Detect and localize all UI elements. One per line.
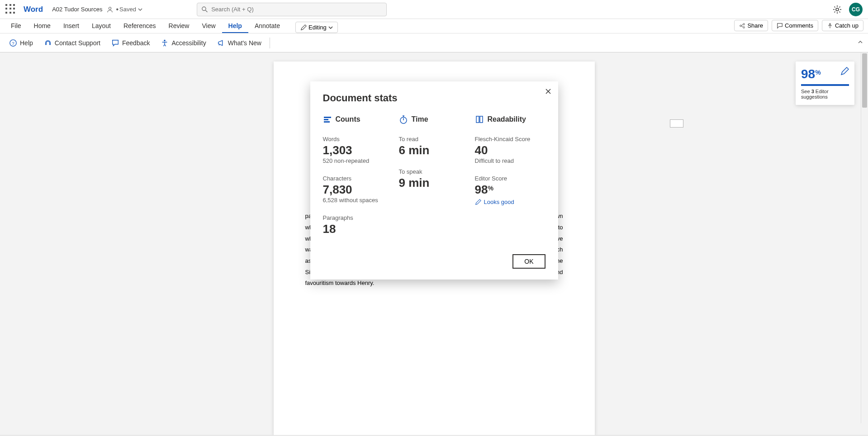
avatar[interactable]: CG	[849, 3, 863, 16]
accessibility-button[interactable]: Accessibility	[156, 36, 210, 50]
gear-icon[interactable]	[833, 5, 842, 14]
svg-text:?: ?	[12, 40, 14, 45]
document-stats-dialog: Document stats Counts Words 1,303 520 no…	[310, 81, 558, 280]
whatsnew-label: What's New	[228, 39, 261, 47]
counts-icon	[323, 115, 332, 124]
editing-label: Editing	[308, 24, 327, 31]
tab-help[interactable]: Help	[222, 19, 248, 33]
app-launcher-icon[interactable]	[5, 4, 16, 15]
avatar-initials: CG	[852, 6, 860, 13]
tab-view[interactable]: View	[195, 19, 222, 33]
comments-label: Comments	[785, 22, 813, 29]
time-column: Time To read 6 min To speak 9 min	[399, 115, 470, 236]
tab-insert[interactable]: Insert	[57, 19, 85, 33]
search-icon	[202, 6, 208, 13]
counts-header: Counts	[336, 115, 360, 123]
words-stat: Words 1,303 520 non-repeated	[323, 136, 394, 164]
svg-rect-9	[324, 117, 331, 118]
ok-button[interactable]: OK	[512, 254, 545, 269]
saved-label: Saved	[119, 6, 136, 13]
editor-score-stat: Editor Score 98 % Looks good	[475, 175, 545, 205]
help-icon: ?	[9, 39, 17, 47]
svg-point-8	[164, 39, 166, 41]
svg-point-5	[743, 26, 745, 28]
document-title[interactable]: A02 Tudor Sources	[52, 6, 102, 13]
comments-button[interactable]: Comments	[772, 20, 818, 31]
looks-good-indicator: Looks good	[475, 199, 545, 205]
search-input[interactable]	[211, 6, 382, 13]
chevron-down-icon	[138, 7, 142, 12]
pencil-icon	[300, 24, 307, 31]
feedback-label: Feedback	[122, 39, 150, 47]
ribbon-divider	[270, 38, 270, 48]
help-label: Help	[20, 39, 33, 47]
search-box[interactable]	[197, 3, 387, 16]
svg-point-1	[202, 7, 206, 10]
characters-stat: Characters 7,830 6,528 without spaces	[323, 175, 394, 204]
editing-mode-button[interactable]: Editing	[295, 22, 338, 33]
toread-stat: To read 6 min	[399, 136, 470, 157]
catchup-icon	[827, 23, 833, 29]
stopwatch-icon	[399, 115, 408, 124]
app-name: Word	[24, 5, 43, 14]
readability-column: Readability Flesch-Kincaid Score 40 Diff…	[475, 115, 545, 236]
catchup-label: Catch up	[835, 22, 859, 29]
pen-icon	[475, 199, 481, 205]
svg-point-4	[743, 23, 745, 25]
whatsnew-button[interactable]: What's New	[213, 36, 266, 50]
tospeak-stat: To speak 9 min	[399, 168, 470, 190]
tab-home[interactable]: Home	[28, 19, 57, 33]
tab-review[interactable]: Review	[162, 19, 196, 33]
shared-person-icon	[107, 6, 113, 13]
svg-rect-11	[324, 121, 330, 123]
share-label: Share	[747, 22, 763, 29]
accessibility-label: Accessibility	[171, 39, 206, 47]
book-icon	[475, 115, 484, 124]
counts-column: Counts Words 1,303 520 non-repeated Char…	[323, 115, 394, 236]
ribbon-tabs: File Home Insert Layout References Revie…	[0, 19, 868, 33]
tab-references[interactable]: References	[117, 19, 162, 33]
time-header: Time	[412, 115, 428, 123]
comment-icon	[777, 23, 783, 29]
share-icon	[739, 23, 745, 29]
headset-icon	[44, 39, 52, 47]
svg-point-3	[740, 25, 742, 27]
accessibility-icon	[161, 39, 169, 47]
chevron-down-icon	[328, 25, 333, 30]
contact-label: Contact Support	[55, 39, 100, 47]
flesch-kincaid-stat: Flesch-Kincaid Score 40 Difficult to rea…	[475, 136, 545, 164]
svg-rect-10	[324, 119, 328, 120]
collapse-ribbon-icon[interactable]	[857, 39, 863, 45]
dialog-title: Document stats	[323, 92, 545, 104]
feedback-icon	[111, 39, 119, 47]
close-icon[interactable]	[545, 88, 552, 95]
tab-layout[interactable]: Layout	[85, 19, 117, 33]
modal-overlay: Document stats Counts Words 1,303 520 no…	[0, 50, 868, 425]
help-button[interactable]: ? Help	[5, 36, 38, 50]
contact-support-button[interactable]: Contact Support	[39, 36, 105, 50]
readability-header: Readability	[488, 115, 526, 123]
tab-file[interactable]: File	[5, 19, 28, 33]
tab-annotate[interactable]: Annotate	[248, 19, 286, 33]
svg-point-2	[836, 8, 839, 11]
share-button[interactable]: Share	[734, 20, 768, 31]
title-bar: Word A02 Tudor Sources • Saved CG	[0, 0, 868, 19]
feedback-button[interactable]: Feedback	[107, 36, 154, 50]
save-status[interactable]: Saved	[119, 6, 142, 13]
megaphone-icon	[217, 39, 225, 47]
catchup-button[interactable]: Catch up	[822, 20, 863, 31]
svg-point-0	[109, 7, 111, 9]
paragraphs-stat: Paragraphs 18	[323, 214, 394, 236]
